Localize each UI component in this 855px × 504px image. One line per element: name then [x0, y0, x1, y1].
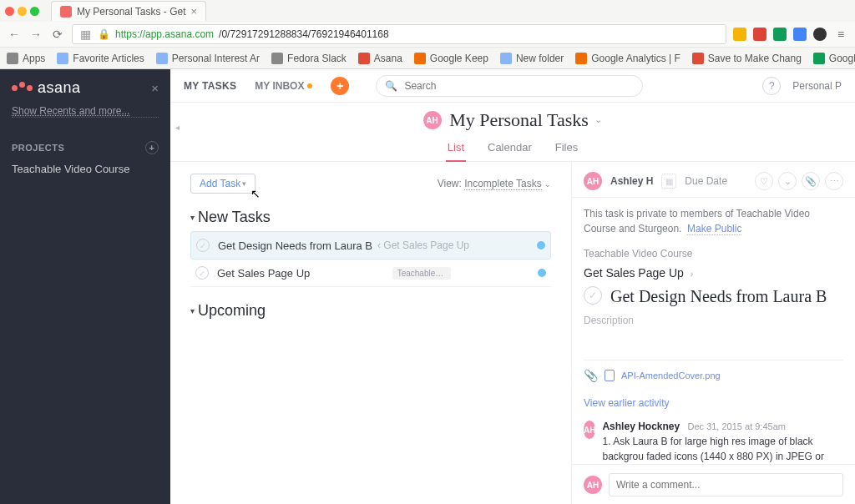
- nav-my-inbox[interactable]: MY INBOX: [255, 80, 312, 92]
- bookmark-item[interactable]: Apps: [7, 53, 45, 64]
- bookmark-item[interactable]: Personal Interest Ar: [156, 53, 260, 64]
- section-new-tasks[interactable]: ▾ New Tasks: [190, 209, 551, 226]
- global-add-button[interactable]: +: [331, 77, 349, 95]
- logo[interactable]: asana: [12, 79, 81, 97]
- nav-reload-icon[interactable]: ⟳: [50, 28, 65, 41]
- ext-icon[interactable]: [753, 28, 766, 41]
- bookmark-icon: [500, 53, 512, 64]
- like-icon[interactable]: ♡: [755, 172, 773, 190]
- add-task-button[interactable]: Add Task ▾: [190, 174, 255, 194]
- page-title: My Personal Tasks: [449, 109, 589, 131]
- task-row[interactable]: ✓Get Sales Page UpTeachable …: [190, 260, 551, 287]
- bookmark-item[interactable]: Fedora Slack: [271, 53, 347, 64]
- comment-input[interactable]: [609, 473, 843, 496]
- projects-heading: PROJECTS +: [12, 141, 159, 154]
- window-close-icon[interactable]: [5, 7, 14, 16]
- comment-time: Dec 31, 2015 at 9:45am: [688, 421, 786, 431]
- add-project-icon[interactable]: +: [145, 141, 159, 154]
- bookmark-label: Asana: [374, 53, 402, 64]
- bookmark-label: Fedora Slack: [287, 53, 347, 64]
- address-field[interactable]: ▦ 🔒 https://app.asana.com/0/729172912888…: [72, 24, 726, 44]
- sidebar-collapse-icon[interactable]: ×: [151, 81, 159, 95]
- ext-icon[interactable]: [793, 28, 807, 41]
- bookmark-label: Apps: [23, 53, 45, 64]
- subtask-icon[interactable]: ⌄: [778, 172, 797, 190]
- bookmark-item[interactable]: New folder: [500, 53, 564, 64]
- nav-my-tasks[interactable]: MY TASKS: [184, 80, 236, 92]
- tab-list[interactable]: List: [446, 136, 466, 162]
- tab-calendar[interactable]: Calendar: [486, 136, 534, 161]
- nav-back-icon[interactable]: ←: [7, 28, 22, 41]
- make-public-link[interactable]: Make Public: [687, 223, 741, 235]
- attachment-row[interactable]: 📎 API-AmendedCover.png: [584, 360, 843, 382]
- assignee-name[interactable]: Ashley H: [610, 175, 653, 187]
- tab-files[interactable]: Files: [554, 136, 579, 161]
- task-complete-checkbox[interactable]: ✓: [196, 239, 210, 252]
- page-info-icon[interactable]: ▦: [78, 28, 93, 41]
- ext-icon[interactable]: [733, 28, 746, 41]
- tab-bar: My Personal Tasks - Get ×: [0, 0, 855, 22]
- more-icon[interactable]: ⋯: [825, 172, 843, 190]
- task-detail-pane: AH Ashley H ▦ Due Date ♡ ⌄ 📎 ⋯ This task…: [571, 162, 855, 504]
- bookmark-item[interactable]: Save to Make Chang: [692, 53, 802, 64]
- profile-menu[interactable]: Personal P: [792, 80, 842, 92]
- window-minimize-icon[interactable]: [18, 7, 27, 16]
- task-title[interactable]: Get Design Needs from Laura B: [610, 286, 827, 306]
- view-selector[interactable]: View: Incomplete Tasks ⌄: [438, 178, 551, 189]
- url-path: /0/72917291288834/76921946401168: [219, 28, 389, 40]
- help-icon[interactable]: ?: [762, 77, 781, 95]
- detail-body: This task is private to members of Teach…: [572, 198, 855, 464]
- comment-input-row: AH: [572, 464, 855, 504]
- search-input[interactable]: [404, 80, 634, 92]
- projects-label: PROJECTS: [12, 143, 64, 153]
- ext-icon[interactable]: [813, 28, 827, 41]
- title-dropdown-icon[interactable]: ⌄: [594, 114, 602, 124]
- bookmark-icon: [813, 53, 825, 64]
- task-title: Get Sales Page Up: [217, 267, 310, 280]
- search-field[interactable]: 🔍: [376, 75, 643, 97]
- logo-icon: [12, 85, 33, 91]
- bookmark-icon: [575, 53, 587, 64]
- project-color-dot-icon: [538, 269, 546, 277]
- calendar-icon[interactable]: ▦: [661, 174, 676, 189]
- view-value: Incomplete Tasks: [464, 178, 542, 190]
- bookmark-icon: [414, 53, 426, 64]
- bookmark-label: New folder: [516, 53, 564, 64]
- view-earlier-activity[interactable]: View earlier activity: [584, 397, 669, 409]
- task-row[interactable]: ✓Get Design Needs from Laura B ‹ Get Sal…: [190, 231, 551, 260]
- description-field[interactable]: Description: [584, 315, 843, 326]
- section-upcoming[interactable]: ▾ Upcoming: [190, 302, 551, 320]
- ext-icon[interactable]: [773, 28, 787, 41]
- task-complete-checkbox[interactable]: ✓: [195, 266, 209, 280]
- bookmark-item[interactable]: Favorite Articles: [57, 53, 144, 64]
- task-title: Get Design Needs from Laura B: [218, 239, 372, 252]
- pane-collapse-icon[interactable]: ◂: [175, 123, 180, 132]
- bookmark-item[interactable]: Google Drive: [813, 53, 855, 64]
- header-tabs: List Calendar Files: [170, 136, 855, 162]
- recents-link[interactable]: Show Recents and more...: [12, 105, 159, 118]
- bookmark-icon: [156, 53, 168, 64]
- window-zoom-icon[interactable]: [30, 7, 39, 16]
- complete-checkbox[interactable]: ✓: [584, 286, 602, 305]
- attach-icon[interactable]: 📎: [802, 172, 820, 190]
- project-crumb[interactable]: Teachable Video Course: [584, 248, 843, 260]
- tab-close-icon[interactable]: ×: [191, 5, 198, 18]
- browser-menu-icon[interactable]: ≡: [833, 28, 848, 41]
- nav-forward-icon[interactable]: →: [28, 28, 43, 41]
- bookmark-item[interactable]: Google Keep: [414, 53, 488, 64]
- topbar: MY TASKS MY INBOX + 🔍 ? Personal P: [170, 69, 855, 103]
- inbox-unread-icon: [307, 83, 312, 88]
- sidebar-project-item[interactable]: Teachable Video Course: [12, 163, 159, 175]
- nav-my-inbox-label: MY INBOX: [255, 80, 304, 92]
- bookmark-icon: [271, 53, 283, 64]
- parent-task[interactable]: Get Sales Page Up ›: [584, 266, 843, 280]
- caret-down-icon: ▾: [190, 213, 195, 222]
- list-controls: Add Task ▾ ↖ View: Incomplete Tasks ⌄: [190, 174, 551, 194]
- due-date-label[interactable]: Due Date: [685, 175, 727, 187]
- bookmark-item[interactable]: Google Analytics | F: [575, 53, 680, 64]
- comment: AH Ashley Hockney Dec 31, 2015 at 9:45am…: [584, 421, 843, 464]
- assignee-avatar[interactable]: AH: [584, 172, 602, 190]
- bookmark-item[interactable]: Asana: [358, 53, 402, 64]
- browser-tab[interactable]: My Personal Tasks - Get ×: [51, 1, 206, 21]
- project-color-dot-icon: [537, 241, 545, 249]
